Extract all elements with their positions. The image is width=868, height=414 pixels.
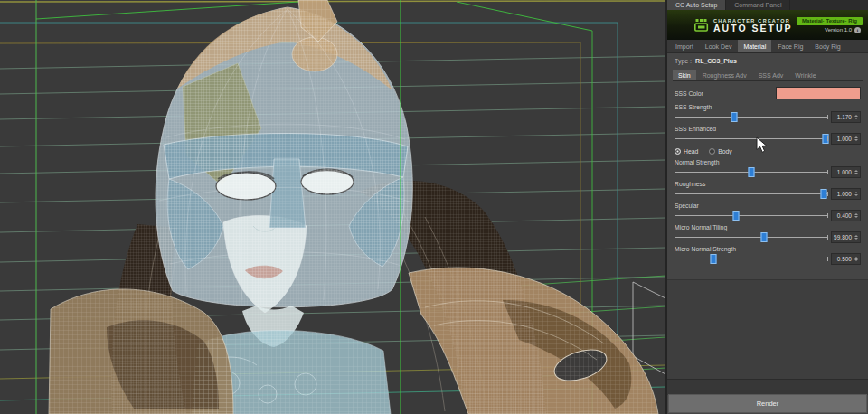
slider-row-sss-strength: SSS Strength 1.170 [675,104,861,123]
radio-dot [709,148,715,155]
specular-slider[interactable] [675,211,828,221]
sss-color-row: SSS Color [675,87,861,99]
sss-enhanced-value[interactable]: 1.000 [831,133,861,145]
spinner-icon[interactable] [854,115,859,120]
subtab-sss-adv[interactable]: SSS Adv [753,70,789,80]
micro-normal-strength-slider[interactable] [675,254,828,264]
sss-color-label: SSS Color [675,90,703,97]
main-nav-tabs: Import Look Dev Material Face Rig Body R… [667,40,868,53]
spinner-icon[interactable] [854,235,859,240]
normal-strength-value[interactable]: 1.000 [831,166,861,178]
render-button[interactable]: Render [668,394,867,413]
micro-normal-tiling-slider[interactable] [675,232,828,242]
head-body-radio-group: Head Body [675,148,861,155]
subtab-wrinkle[interactable]: Wrinkle [789,70,821,80]
subtab-skin[interactable]: Skin [673,70,696,80]
subtab-roughness-adv[interactable]: Roughness Adv [697,70,752,80]
sss-strength-value[interactable]: 1.170 [831,111,861,123]
material-type-value: RL_CC3_Plus [695,58,737,64]
normal-strength-slider[interactable] [675,167,828,177]
empty-rollout-area [667,279,868,380]
panel-tab-bar: CC Auto Setup Command Panel [667,0,868,10]
slider-row-sss-enhanced: SSS Enhanced 1.000 [675,126,861,145]
slider-row-normal-strength: Normal Strength 1.000 [675,159,861,178]
material-sub-tabs: Skin Roughness Adv SSS Adv Wrinkle [673,70,863,81]
sss-enhanced-slider[interactable] [675,134,828,144]
micro-normal-tiling-value[interactable]: 59.800 [831,231,861,243]
radio-head[interactable]: Head [675,148,698,155]
viewport-3d[interactable] [0,0,665,414]
sss-strength-slider[interactable] [675,112,828,122]
micro-normal-strength-value[interactable]: 0.500 [831,253,861,265]
cc-logo-icon [694,19,709,32]
slider-handle[interactable] [760,232,767,242]
brand-logo: CHARACTER CREATOR AUTO SETUP [694,18,792,33]
tab-import[interactable]: Import [670,40,699,52]
info-icon[interactable]: i [854,27,861,33]
brand-name-large: AUTO SETUP [713,24,792,33]
spinner-icon[interactable] [854,192,859,197]
tab-command-panel[interactable]: Command Panel [726,0,790,10]
slider-row-micro-normal-tiling: Micro Normal Tiling 59.800 [675,224,861,243]
slider-row-specular: Specular 0.400 [675,202,861,221]
spinner-icon[interactable] [854,170,859,175]
slider-handle[interactable] [711,254,717,264]
roughness-slider[interactable] [675,189,828,199]
roughness-value[interactable]: 1.000 [831,188,861,200]
slider-handle[interactable] [820,189,826,199]
version-label: Version 1.0 i [825,27,861,33]
cc-auto-setup-panel: CC Auto Setup Command Panel CHARACTER CR… [665,0,868,414]
slider-handle[interactable] [822,134,828,144]
radio-body[interactable]: Body [709,148,732,155]
tab-material[interactable]: Material [738,40,771,52]
tab-body-rig[interactable]: Body Rig [809,40,845,52]
specular-value[interactable]: 0.400 [831,210,861,221]
slider-handle[interactable] [731,112,738,122]
radio-dot [675,148,681,155]
slider-row-micro-normal-strength: Micro Normal Strength 0.500 [675,246,861,265]
tab-cc-auto-setup[interactable]: CC Auto Setup [667,0,726,10]
app-window: CC Auto Setup Command Panel CHARACTER CR… [0,0,868,414]
slider-row-roughness: Roughness 1.000 [675,181,861,200]
sss-color-swatch[interactable] [776,87,861,99]
tab-face-rig[interactable]: Face Rig [772,40,808,52]
material-rollout: Type :RL_CC3_Plus Skin Roughness Adv SSS… [667,53,868,414]
footer-strip [667,379,868,395]
tab-look-dev[interactable]: Look Dev [700,40,738,52]
spinner-icon[interactable] [854,257,859,262]
slider-handle[interactable] [733,211,740,221]
header-banner: CHARACTER CREATOR AUTO SETUP Material· T… [667,10,868,40]
type-row: Type :RL_CC3_Plus [675,58,863,64]
spinner-icon[interactable] [854,136,859,142]
spinner-icon[interactable] [854,213,859,219]
material-texture-rig-badge: Material· Texture· Rig [797,17,863,25]
slider-handle[interactable] [749,167,755,177]
